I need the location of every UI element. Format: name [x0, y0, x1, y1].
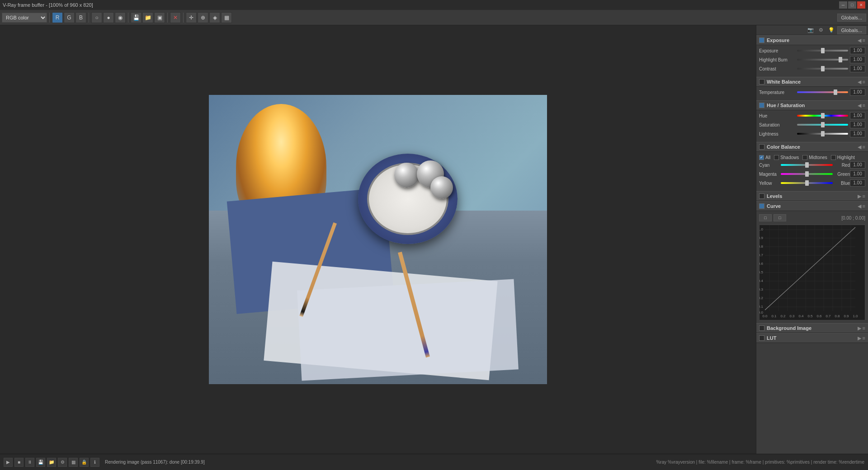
color-mode-select[interactable]: RGB color Alpha Luminance: [2, 13, 47, 23]
background-image-checkbox[interactable]: [759, 325, 764, 331]
saturation-slider-handle[interactable]: [821, 122, 825, 127]
exposure-checkbox[interactable]: [759, 38, 764, 43]
curve-graph[interactable]: 1.0 0.9 0.8 0.7 0.6 0.5 0.4 0.3 0.2 0.1 …: [759, 225, 865, 320]
status-save-button[interactable]: 💾: [36, 458, 45, 467]
exposure-menu-icon[interactable]: ≡: [863, 38, 865, 43]
move-tool-button[interactable]: ✛: [186, 12, 197, 23]
levels-expand-icon[interactable]: ▶: [858, 193, 861, 199]
hue-slider-track[interactable]: [797, 113, 848, 118]
color-balance-section-header[interactable]: Color Balance ◀ ≡: [756, 142, 868, 152]
status-region-button[interactable]: ▦: [69, 458, 78, 467]
circle3-button[interactable]: ◉: [115, 12, 126, 23]
cyan-red-slider-handle[interactable]: [805, 162, 809, 168]
white-balance-checkbox[interactable]: [759, 79, 764, 85]
status-stop-button[interactable]: ■: [14, 458, 24, 467]
exposure-expand-icon[interactable]: ◀: [858, 38, 861, 43]
lut-expand-icon[interactable]: ▶: [858, 335, 861, 341]
color-balance-menu-icon[interactable]: ≡: [863, 144, 865, 150]
saturation-value[interactable]: 1.00: [850, 121, 865, 128]
highlight-burn-slider-handle[interactable]: [839, 57, 842, 62]
lightness-slider-handle[interactable]: [821, 131, 825, 136]
yellow-blue-slider-handle[interactable]: [805, 180, 809, 186]
status-settings-button[interactable]: ⚙: [58, 458, 67, 467]
lightness-value[interactable]: 1.00: [850, 130, 865, 137]
panel-icon-light[interactable]: 💡: [827, 26, 836, 34]
picker-button[interactable]: ◈: [209, 12, 220, 23]
open-folder-button[interactable]: 📁: [142, 12, 153, 23]
contrast-slider-track[interactable]: [797, 66, 848, 71]
hue-saturation-expand-icon[interactable]: ◀: [858, 103, 861, 108]
color-balance-expand-icon[interactable]: ◀: [858, 144, 861, 150]
delete-button[interactable]: ✕: [170, 12, 181, 23]
saturation-slider-track[interactable]: [797, 122, 848, 127]
circle2-button[interactable]: ●: [103, 12, 114, 23]
temperature-value[interactable]: 1.00: [850, 89, 865, 96]
curve-btn-2[interactable]: □: [774, 214, 786, 221]
contrast-value[interactable]: 1.00: [850, 65, 865, 72]
curve-expand-icon[interactable]: ◀: [858, 203, 861, 209]
yellow-blue-slider-track[interactable]: [781, 180, 833, 186]
panel-icon-settings[interactable]: ⚙: [816, 26, 826, 34]
cyan-red-value[interactable]: 1.00: [850, 161, 865, 169]
channel-g-button[interactable]: G: [64, 12, 75, 23]
globals-button[interactable]: Globals...: [837, 14, 866, 22]
cb-highlight-checkbox[interactable]: [831, 155, 836, 160]
status-play-button[interactable]: ▶: [4, 458, 13, 467]
curve-btn-1[interactable]: □: [759, 214, 772, 221]
status-folder-button[interactable]: 📁: [47, 458, 56, 467]
exposure-slider-handle[interactable]: [821, 48, 825, 53]
contrast-slider-handle[interactable]: [821, 66, 825, 71]
levels-menu-icon[interactable]: ≡: [863, 193, 865, 199]
levels-section-header[interactable]: Levels ▶ ≡: [756, 191, 868, 201]
disk-button[interactable]: ▣: [154, 12, 165, 23]
globals-btn-panel[interactable]: Globals...: [837, 26, 866, 34]
background-image-menu-icon[interactable]: ≡: [863, 325, 865, 331]
status-pause-button[interactable]: ⏸: [25, 458, 34, 467]
background-image-expand-icon[interactable]: ▶: [858, 325, 861, 331]
lut-menu-icon[interactable]: ≡: [863, 335, 865, 341]
color-balance-checkbox[interactable]: [759, 144, 764, 150]
hue-saturation-checkbox[interactable]: [759, 103, 764, 108]
status-lock-button[interactable]: 🔒: [80, 458, 89, 467]
close-button[interactable]: ✕: [857, 1, 865, 9]
curve-checkbox[interactable]: [759, 203, 764, 209]
cb-midtones-checkbox[interactable]: [802, 155, 807, 160]
curve-section-header[interactable]: Curve ◀ ≡: [756, 201, 868, 211]
channel-b-button[interactable]: B: [75, 12, 86, 23]
maximize-button[interactable]: □: [848, 1, 856, 9]
magenta-green-value[interactable]: 1.00: [850, 170, 865, 178]
minimize-button[interactable]: ─: [839, 1, 847, 9]
channel-r-button[interactable]: R: [52, 12, 63, 23]
exposure-section-header[interactable]: Exposure ◀ ≡: [756, 35, 868, 45]
cb-shadows-checkbox[interactable]: [774, 155, 779, 160]
hue-value[interactable]: 1.00: [850, 112, 865, 119]
hue-saturation-menu-icon[interactable]: ≡: [863, 103, 865, 108]
curve-menu-icon[interactable]: ≡: [863, 203, 865, 209]
white-balance-menu-icon[interactable]: ≡: [863, 79, 865, 85]
highlight-burn-slider-track[interactable]: [797, 57, 848, 62]
circle1-button[interactable]: ○: [91, 12, 102, 23]
hue-slider-handle[interactable]: [821, 113, 825, 118]
exposure-slider-track[interactable]: [797, 48, 848, 53]
lut-checkbox[interactable]: [759, 335, 764, 341]
magenta-green-slider-track[interactable]: [781, 171, 833, 177]
lut-section-header[interactable]: LUT ▶ ≡: [756, 333, 868, 343]
magenta-green-slider-handle[interactable]: [805, 171, 809, 177]
cyan-red-slider-track[interactable]: [781, 162, 833, 168]
zoom-tool-button[interactable]: ⊕: [198, 12, 208, 23]
background-image-section-header[interactable]: Background Image ▶ ≡: [756, 323, 868, 333]
yellow-blue-value[interactable]: 1.00: [850, 179, 865, 187]
exposure-value[interactable]: 1.00: [850, 47, 865, 54]
highlight-burn-value[interactable]: 1.00: [850, 56, 865, 63]
temperature-slider-track[interactable]: [797, 89, 848, 95]
cb-all-checkbox[interactable]: [759, 155, 764, 160]
levels-checkbox[interactable]: [759, 193, 764, 199]
lightness-slider-track[interactable]: [797, 131, 848, 136]
temperature-slider-handle[interactable]: [834, 89, 837, 95]
hue-saturation-section-header[interactable]: Hue / Saturation ◀ ≡: [756, 100, 868, 110]
status-info-button[interactable]: ℹ: [90, 458, 99, 467]
panel-icon-camera[interactable]: 📷: [806, 26, 815, 34]
info-button[interactable]: ▦: [221, 12, 232, 23]
white-balance-section-header[interactable]: White Balance ◀ ≡: [756, 77, 868, 87]
save-button[interactable]: 💾: [131, 12, 142, 23]
